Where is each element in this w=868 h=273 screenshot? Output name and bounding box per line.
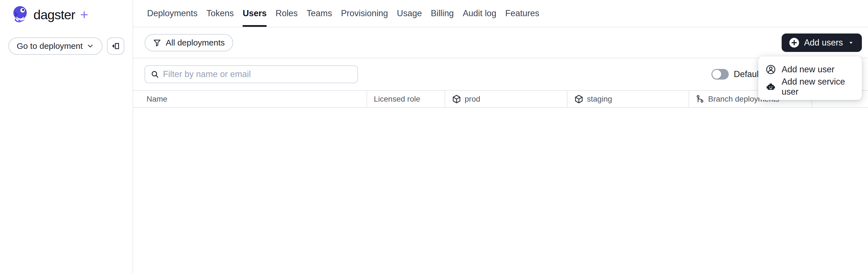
default-toggle-group: Default (711, 65, 761, 83)
column-header-staging: staging (567, 91, 689, 107)
tab-features[interactable]: Features (505, 0, 539, 27)
add-users-dropdown-menu: Add new user Add new service user (758, 56, 862, 100)
tab-teams[interactable]: Teams (307, 0, 332, 27)
tab-tokens[interactable]: Tokens (207, 0, 234, 27)
tab-roles[interactable]: Roles (276, 0, 298, 27)
tab-provisioning[interactable]: Provisioning (341, 0, 388, 27)
collapse-panel-icon (111, 42, 120, 51)
users-table-header: Name Licensed role prod (133, 90, 868, 108)
dagster-octopus-icon (12, 6, 29, 23)
user-circle-icon (766, 64, 776, 75)
dagster-plus-logo: dagster + (12, 6, 88, 23)
branch-icon (696, 94, 705, 104)
search-icon (151, 70, 159, 78)
logo-plus-sign: + (80, 6, 88, 23)
tab-audit-log[interactable]: Audit log (463, 0, 496, 27)
filter-funnel-icon (153, 38, 161, 47)
logo-wordmark: dagster (33, 7, 75, 22)
menu-item-label: Add new user (782, 64, 835, 75)
deployment-filter-button[interactable]: All deployments (145, 34, 233, 51)
org-settings-tabs: Deployments Tokens Users Roles Teams Pro… (133, 0, 868, 27)
add-users-label: Add users (804, 38, 843, 48)
menu-item-add-new-user[interactable]: Add new user (758, 61, 862, 78)
left-sidebar: dagster + Go to deployment (0, 0, 133, 273)
tab-users[interactable]: Users (243, 0, 267, 27)
add-users-button[interactable]: Add users (782, 33, 862, 52)
main-content: Deployments Tokens Users Roles Teams Pro… (133, 0, 868, 273)
cube-icon (452, 94, 461, 104)
plus-circle-icon (789, 37, 800, 48)
default-toggle-label: Default (734, 69, 761, 79)
user-filters-row: Default (133, 58, 868, 90)
menu-item-label: Add new service user (782, 77, 855, 97)
user-search-box (145, 65, 358, 83)
go-to-deployment-label: Go to deployment (17, 41, 83, 51)
column-header-prod: prod (445, 91, 567, 107)
caret-down-icon (847, 39, 855, 46)
go-to-deployment-button[interactable]: Go to deployment (8, 37, 102, 55)
tab-usage[interactable]: Usage (397, 0, 422, 27)
collapse-sidebar-button[interactable] (107, 37, 124, 55)
chevron-down-icon (86, 42, 94, 50)
toggle-knob (712, 70, 721, 79)
column-header-name: Name (133, 91, 367, 107)
tab-billing[interactable]: Billing (431, 0, 454, 27)
deployment-filter-label: All deployments (166, 38, 225, 48)
robot-icon (766, 82, 776, 92)
column-header-licensed-role: Licensed role (367, 91, 445, 107)
default-toggle-switch[interactable] (711, 69, 729, 80)
menu-item-add-new-service-user[interactable]: Add new service user (758, 78, 862, 95)
search-input[interactable] (163, 69, 352, 79)
tab-deployments[interactable]: Deployments (147, 0, 197, 27)
users-toolbar: All deployments Add users (133, 27, 868, 58)
cube-icon (574, 94, 584, 104)
